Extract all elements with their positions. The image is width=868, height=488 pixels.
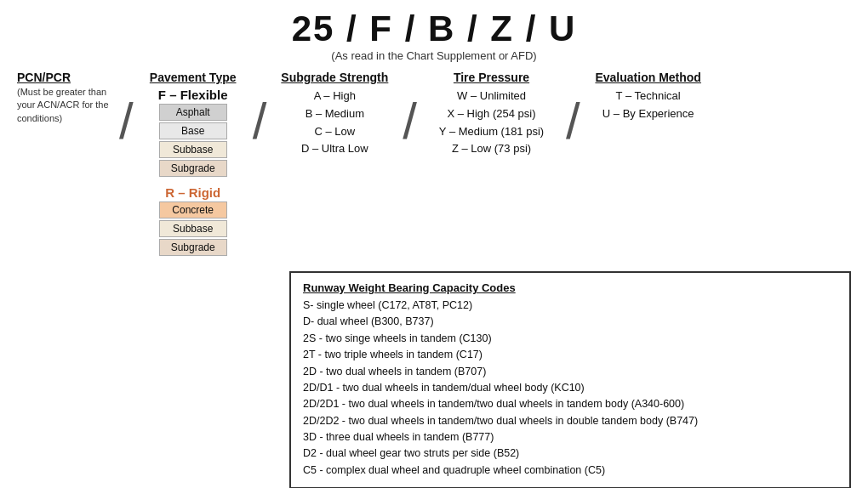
rwbc-item-10: C5 - complex dual wheel and quadruple wh… [303, 462, 837, 479]
tire-item-3: Z – Low (73 psi) [439, 140, 544, 158]
subgrade-column: Subgrade Strength A – High B – Medium C … [266, 71, 403, 158]
layer-asphalt: Asphalt [159, 104, 227, 121]
layer-subgrade-flex: Subgrade [159, 160, 227, 177]
eval-body: T – Technical U – By Experience [602, 88, 694, 123]
pcn-column: PCN/PCR (Must be greater than your ACN/A… [17, 71, 119, 125]
tire-column: Tire Pressure W – Unlimited X – High (25… [417, 71, 566, 158]
tire-body: W – Unlimited X – High (254 psi) Y – Med… [439, 88, 544, 158]
rwbc-item-7: 2D/2D2 - two dual wheels in tandem/two d… [303, 413, 837, 429]
slash-1: / [119, 79, 134, 147]
subgrade-body: A – High B – Medium C – Low D – Ultra Lo… [301, 88, 368, 158]
eval-item-0: T – Technical [602, 88, 694, 105]
rwbc-box: Runway Weight Bearing Capacity Codes S- … [289, 271, 851, 488]
subgrade-item-1: B – Medium [301, 105, 368, 123]
rwbc-item-2: 2S - two singe wheels in tandem (C130) [303, 331, 837, 347]
eval-header: Evaluation Method [595, 71, 700, 84]
pavement-rigid-label: R – Rigid [165, 185, 220, 200]
rwbc-item-9: D2 - dual wheel gear two struts per side… [303, 445, 837, 462]
pcn-sub: (Must be greater than your ACN/ACR for t… [17, 86, 119, 125]
rwbc-item-3: 2T - two triple wheels in tandem (C17) [303, 347, 837, 363]
pcn-header: PCN/PCR [17, 71, 71, 84]
rwbc-title: Runway Weight Bearing Capacity Codes [303, 281, 837, 294]
main-code: 25 / F / B / Z / U [17, 9, 851, 49]
layer-subbase-rigid: Subbase [159, 220, 227, 237]
layer-base: Base [159, 122, 227, 139]
subtitle: (As read in the Chart Supplement or AFD) [17, 49, 851, 62]
slash-3: / [403, 79, 417, 147]
subgrade-item-0: A – High [301, 88, 368, 105]
subgrade-item-2: C – Low [301, 123, 368, 141]
tire-header: Tire Pressure [454, 71, 529, 84]
rwbc-item-5: 2D/D1 - two dual wheels in tandem/dual w… [303, 380, 837, 396]
layer-concrete: Concrete [159, 201, 227, 218]
slash-4: / [566, 79, 580, 147]
pavement-column: Pavement Type F – Flexible Asphalt Base … [134, 71, 253, 256]
tire-item-0: W – Unlimited [439, 88, 544, 105]
pavement-header: Pavement Type [150, 71, 237, 84]
tire-item-2: Y – Medium (181 psi) [439, 123, 544, 141]
subgrade-header: Subgrade Strength [281, 71, 388, 84]
rwbc-item-0: S- single wheel (C172, AT8T, PC12) [303, 298, 837, 314]
rwbc-item-4: 2D - two dual wheels in tandem (B707) [303, 364, 837, 380]
layer-subbase-flex: Subbase [159, 141, 227, 158]
rwbc-item-8: 3D - three dual wheels in tandem (B777) [303, 429, 837, 445]
pavement-flex-label: F – Flexible [158, 88, 228, 102]
layer-subgrade-rigid: Subgrade [159, 239, 227, 256]
slash-2: / [253, 79, 267, 147]
eval-column: Evaluation Method T – Technical U – By E… [580, 71, 717, 123]
rwbc-item-6: 2D/2D1 - two dual wheels in tandem/two d… [303, 396, 837, 412]
eval-item-1: U – By Experience [602, 105, 694, 123]
subgrade-item-3: D – Ultra Low [301, 140, 368, 158]
tire-item-1: X – High (254 psi) [439, 105, 544, 123]
rwbc-item-1: D- dual wheel (B300, B737) [303, 314, 837, 330]
